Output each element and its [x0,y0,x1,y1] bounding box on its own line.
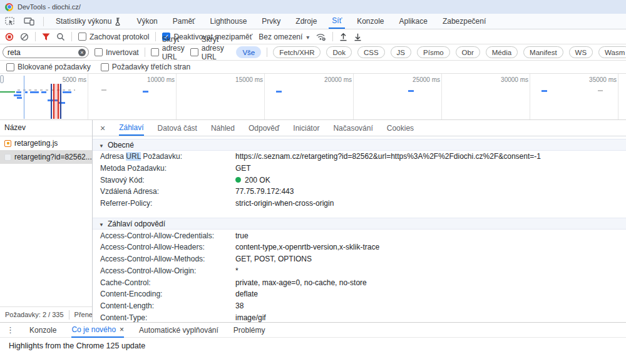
request-name: retargeting.js [14,139,58,148]
filter-chip-obr[interactable]: Obr [456,46,480,58]
header-name: Content-Length: [93,301,235,310]
header-name: Access-Control-Allow-Credentials: [93,231,235,240]
clear-filter-icon[interactable] [78,49,86,56]
requests-status-bar: Požadavky: 2 / 335 Přene [0,306,93,322]
request-name: retargeting?id=82562... [14,153,92,161]
record-button[interactable] [5,33,14,41]
tab-aplikace[interactable]: Aplikace [396,14,431,29]
tab-zabezpeceni[interactable]: Zabezpečení [439,14,489,29]
har-import-icon[interactable] [339,33,347,41]
filter-chip-pismo[interactable]: Písmo [417,46,450,58]
header-row: Access-Control-Allow-Origin: * [93,265,626,277]
filter-chip-css[interactable]: CSS [357,46,385,58]
tab-label: Statistiky výkonu [56,17,111,26]
clear-button[interactable] [20,33,29,41]
request-row-selected[interactable]: retargeting?id=82562... [0,150,92,164]
dom-content-loaded-line [24,76,24,119]
timeline-tick: 20000 ms [308,76,352,83]
search-icon[interactable] [56,33,65,41]
tab-lighthouse[interactable]: Lighthouse [207,14,250,29]
more-options-icon[interactable] [6,325,14,335]
request-row[interactable]: retargeting.js [0,136,92,150]
tab-nacasovani[interactable]: Načasování [333,120,372,136]
filter-input[interactable] [8,48,76,57]
tab-sit[interactable]: Síť [329,14,345,29]
third-party-requests-checkbox[interactable]: Požadavky třetích stran [101,63,190,71]
close-icon[interactable] [120,325,124,334]
drawer-tab-automaticke-vyplnovani[interactable]: Automatické vyplňování [139,323,218,338]
inspect-element-icon[interactable] [5,17,15,26]
network-overview-timeline[interactable]: 5000 ms 10000 ms 15000 ms 20000 ms 25000… [0,74,626,120]
waterfall-mark [17,97,22,99]
filter-toggle-button[interactable] [42,33,50,41]
header-value: private, max-age=0, no-cache, no-store [235,278,367,287]
details-tabbar: Záhlaví Datová část Náhled Odpověď Inici… [93,120,626,136]
header-name: Adresa URL Požadavku: [93,152,235,161]
waterfall-mark [18,89,75,91]
tab-cookies[interactable]: Cookies [387,120,414,136]
throttling-value: Bez omezení [259,33,302,41]
section-obecne[interactable]: Obecné [93,139,626,151]
header-value: * [235,266,239,275]
device-toolbar-icon[interactable] [24,17,34,26]
preserve-log-checkbox[interactable]: Zachovat protokol [78,33,149,41]
header-name: Access-Control-Allow-Methods: [93,255,235,263]
invert-checkbox[interactable]: Invertovat [95,48,139,57]
tab-prvky[interactable]: Prvky [259,14,284,29]
load-event-line [53,84,54,119]
header-value: 38 [235,301,244,310]
whats-new-heading: Highlights from the Chrome 125 update [9,341,145,350]
column-header-nazev[interactable]: Název [0,120,92,136]
overview-resize-handle[interactable] [0,75,4,83]
filter-chip-fetch-xhr[interactable]: Fetch/XHR [273,46,321,58]
header-row: Metoda Požadavku: GET [93,163,626,174]
filter-chip-wasm[interactable]: Wasm [598,46,626,58]
filter-chip-ws[interactable]: WS [569,46,593,58]
tab-datova-cast[interactable]: Datová část [158,120,197,136]
header-name: Content-Encoding: [93,290,235,298]
filter-chip-js[interactable]: JS [391,46,411,58]
image-file-icon [4,154,11,161]
header-row: Content-Encoding: deflate [93,288,626,300]
header-value: image/gif [235,313,266,322]
requests-count: Požadavky: 2 / 335 [5,311,64,318]
filter-chip-vse[interactable]: Vše [236,46,261,58]
tab-statistiky-vykonu[interactable]: Statistiky výkonu [53,14,125,29]
tab-vykon[interactable]: Výkon [133,14,160,29]
har-export-icon[interactable] [354,33,362,41]
divider [43,17,44,26]
close-details-icon[interactable] [100,123,105,133]
waterfall-mark [51,84,52,119]
tab-zdroje[interactable]: Zdroje [292,14,320,29]
checkbox-label: Zachovat protokol [90,33,149,41]
header-name: Cache-Control: [93,278,235,287]
blocked-requests-checkbox[interactable]: Blokované požadavky [6,63,91,71]
filter-chip-manifest[interactable]: Manifest [523,46,563,58]
network-main-area: Název retargeting.js retargeting?id=8256… [0,120,626,322]
window-titlebar: DevTools - diochi.cz/ [0,0,626,14]
timeline-gridline [353,74,354,119]
filter-chip-dok[interactable]: Dok [326,46,351,58]
throttling-select[interactable]: Bez omezení [259,33,309,41]
header-row: Stavový Kód: 200 OK [93,174,626,186]
section-title: Záhlaví odpovědí [108,220,165,228]
tab-odpoved[interactable]: Odpověď [249,120,279,136]
header-value: strict-origin-when-cross-origin [235,199,334,208]
waterfall-mark [60,84,61,119]
section-zahlavi-odpovedi[interactable]: Záhlaví odpovědí [93,218,626,230]
waterfall-mark [143,91,148,93]
tab-iniciator[interactable]: Iniciátor [293,120,319,136]
experiment-flask-icon [115,18,121,26]
divider [145,48,145,57]
drawer-tab-co-je-noveho[interactable]: Co je nového [71,323,124,338]
drawer-tab-konzole[interactable]: Konzole [29,323,56,338]
tab-zahlavi[interactable]: Záhlaví [119,120,143,136]
tab-nahled[interactable]: Náhled [211,120,235,136]
network-conditions-icon[interactable] [316,33,326,41]
waterfall-mark [276,91,282,93]
filter-chip-media[interactable]: Média [486,46,518,58]
drawer-tab-problemy[interactable]: Problémy [233,323,265,338]
tab-pamet[interactable]: Paměť [170,14,198,29]
divider [71,32,72,41]
tab-konzole[interactable]: Konzole [354,14,387,29]
